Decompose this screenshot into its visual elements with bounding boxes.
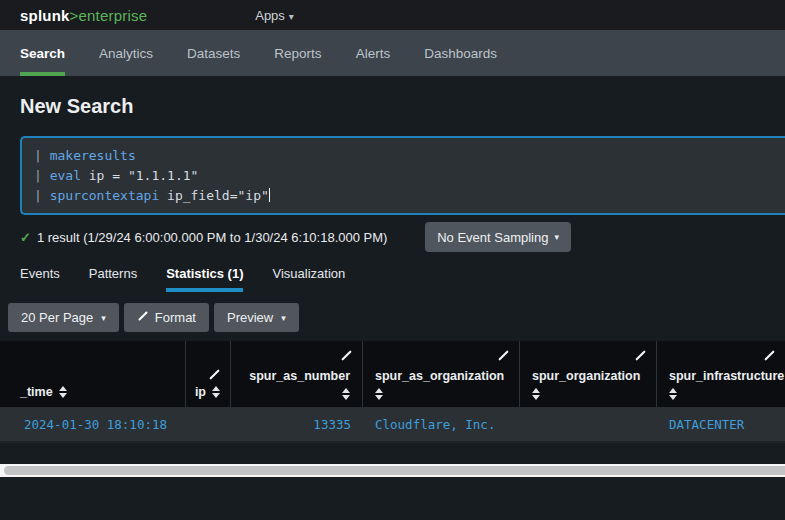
chevron-down-icon: ▾ — [281, 313, 286, 323]
chevron-down-icon: ▾ — [289, 11, 294, 22]
column-header-spur-as-organization[interactable]: spur_as_organization — [363, 341, 520, 407]
query-line-3: | spurcontextapi ip_field="ip" — [34, 186, 773, 206]
tab-visualization[interactable]: Visualization — [272, 265, 345, 292]
column-header-spur-as-number[interactable]: spur_as_number — [231, 341, 363, 407]
event-sampling-button[interactable]: No Event Sampling▾ — [425, 222, 571, 252]
nav-item-alerts[interactable]: Alerts — [356, 30, 391, 76]
splunk-logo[interactable]: splunk>enterprise — [20, 7, 147, 24]
command-token: spurcontextapi — [42, 188, 159, 203]
statistics-toolbar: 20 Per Page▾ Format Preview▾ — [0, 303, 785, 332]
nav-item-label: Alerts — [356, 46, 391, 61]
command-token: makeresults — [42, 148, 136, 163]
column-label-text: ip — [195, 385, 206, 399]
pipe-token: | — [34, 188, 42, 203]
nav-item-label: Reports — [274, 46, 321, 61]
text-cursor — [269, 188, 271, 202]
result-count-text: 1 result (1/29/24 6:00:00.000 PM to 1/30… — [37, 230, 388, 245]
chevron-down-icon: ▾ — [101, 313, 106, 323]
column-label-text: _time — [20, 385, 53, 399]
tab-statistics[interactable]: Statistics (1) — [166, 265, 243, 292]
column-header-spur-infrastructure[interactable]: spur_infrastructure — [657, 341, 785, 407]
preview-button[interactable]: Preview▾ — [214, 303, 299, 332]
table-row: 2024-01-30 18:10:18 13335 Cloudflare, In… — [0, 408, 785, 443]
nav-item-reports[interactable]: Reports — [274, 30, 321, 76]
nav-item-label: Search — [20, 46, 65, 61]
tab-label: Visualization — [272, 266, 345, 281]
per-page-label: 20 Per Page — [21, 310, 93, 325]
app-nav-bar: Search Analytics Datasets Reports Alerts… — [0, 30, 785, 76]
tab-patterns[interactable]: Patterns — [89, 265, 137, 292]
cell-ip[interactable] — [186, 408, 231, 441]
pipe-token: | — [34, 148, 42, 163]
cell-spur-infrastructure[interactable]: DATACENTER — [657, 408, 785, 441]
preview-label: Preview — [227, 310, 273, 325]
column-header-ip[interactable]: ip — [186, 341, 231, 407]
sort-icon[interactable] — [669, 379, 677, 400]
top-bar: splunk>enterprise Apps▾ — [0, 0, 785, 30]
column-label-time: _time — [20, 385, 67, 399]
sort-icon[interactable] — [212, 386, 220, 398]
result-tabs: Events Patterns Statistics (1) Visualiza… — [0, 265, 785, 292]
args-token: ip = "1.1.1.1" — [81, 168, 198, 183]
column-label-ip: ip — [195, 385, 220, 399]
format-button[interactable]: Format — [124, 303, 209, 332]
table-header-row: _time ip spur_as_number spur_as_organiza… — [0, 341, 785, 408]
cell-spur-organization[interactable] — [520, 408, 657, 441]
page-title: New Search — [20, 93, 785, 119]
pipe-token: | — [34, 168, 42, 183]
edit-pencil-icon[interactable] — [208, 367, 221, 385]
tab-label: Patterns — [89, 266, 137, 281]
logo-enterprise-text: enterprise — [79, 7, 148, 24]
sort-icon[interactable] — [342, 379, 350, 400]
job-status-row: ✓ 1 result (1/29/24 6:00:00.000 PM to 1/… — [20, 222, 785, 252]
column-label-text: spur_organization — [532, 369, 640, 383]
column-header-time[interactable]: _time — [0, 341, 186, 407]
event-sampling-label: No Event Sampling — [437, 230, 548, 245]
edit-pencil-icon[interactable] — [497, 348, 510, 366]
sort-icon[interactable] — [375, 379, 383, 400]
scrollbar-thumb[interactable] — [4, 466, 785, 475]
column-label-text: spur_as_organization — [375, 369, 504, 383]
edit-pencil-icon[interactable] — [634, 348, 647, 366]
horizontal-scrollbar[interactable] — [0, 464, 785, 477]
pencil-icon — [137, 310, 149, 325]
nav-item-search[interactable]: Search — [20, 30, 65, 76]
format-label: Format — [155, 310, 196, 325]
nav-item-analytics[interactable]: Analytics — [99, 30, 153, 76]
column-label-text: spur_as_number — [249, 369, 350, 383]
column-label-text: spur_infrastructure — [669, 369, 784, 383]
nav-item-label: Dashboards — [424, 46, 497, 61]
args-token: ip_field="ip" — [159, 188, 269, 203]
apps-menu[interactable]: Apps▾ — [255, 8, 294, 23]
query-line-1: | makeresults — [34, 146, 773, 166]
command-token: eval — [42, 168, 81, 183]
edit-pencil-icon[interactable] — [763, 348, 776, 366]
nav-item-label: Datasets — [187, 46, 240, 61]
logo-splunk-text: splunk — [20, 7, 70, 24]
sort-icon[interactable] — [532, 379, 540, 400]
search-input[interactable]: | makeresults | eval ip = "1.1.1.1" | sp… — [20, 136, 785, 215]
logo-gt-text: > — [70, 7, 79, 24]
nav-item-datasets[interactable]: Datasets — [187, 30, 240, 76]
sort-icon[interactable] — [59, 386, 67, 398]
cell-spur-as-organization[interactable]: Cloudflare, Inc. — [363, 408, 520, 441]
nav-item-label: Analytics — [99, 46, 153, 61]
column-header-spur-organization[interactable]: spur_organization — [520, 341, 657, 407]
nav-item-dashboards[interactable]: Dashboards — [424, 30, 497, 76]
edit-pencil-icon[interactable] — [340, 348, 353, 366]
per-page-button[interactable]: 20 Per Page▾ — [8, 303, 119, 332]
tab-events[interactable]: Events — [20, 265, 60, 292]
cell-time[interactable]: 2024-01-30 18:10:18 — [0, 408, 186, 441]
query-line-2: | eval ip = "1.1.1.1" — [34, 166, 773, 186]
tab-label: Events — [20, 266, 60, 281]
job-done-check-icon: ✓ — [20, 230, 31, 245]
chevron-down-icon: ▾ — [554, 232, 559, 242]
tab-label: Statistics (1) — [166, 266, 243, 281]
apps-menu-label: Apps — [255, 8, 285, 23]
cell-spur-as-number[interactable]: 13335 — [231, 408, 363, 441]
